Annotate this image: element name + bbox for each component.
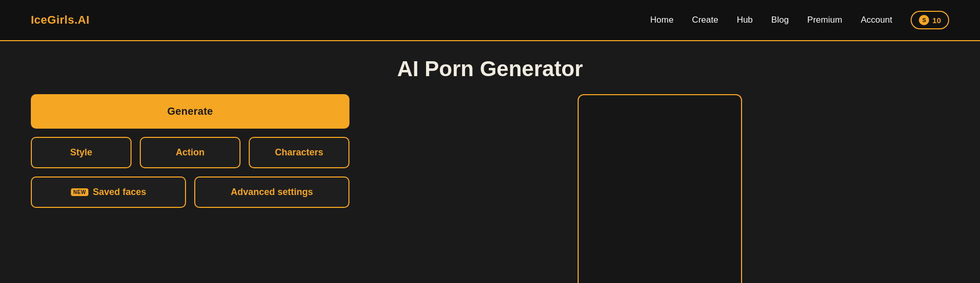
nav-account[interactable]: Account bbox=[861, 15, 892, 25]
characters-button[interactable]: Characters bbox=[249, 137, 349, 168]
style-button[interactable]: Style bbox=[31, 137, 132, 168]
credits-icon: S bbox=[919, 15, 929, 25]
nav-create[interactable]: Create bbox=[692, 15, 718, 25]
header: IceGirls.AI Home Create Hub Blog Premium… bbox=[0, 0, 980, 41]
credits-count: 10 bbox=[932, 16, 941, 25]
image-preview bbox=[578, 94, 742, 283]
nav-home[interactable]: Home bbox=[650, 15, 673, 25]
logo: IceGirls.AI bbox=[31, 13, 89, 27]
advanced-settings-button[interactable]: Advanced settings bbox=[194, 176, 349, 208]
logo-highlight: AI bbox=[78, 13, 89, 26]
saved-faces-button[interactable]: NEW Saved faces bbox=[31, 176, 186, 208]
logo-text: IceGirls. bbox=[31, 13, 78, 26]
action-button[interactable]: Action bbox=[140, 137, 241, 168]
right-panel bbox=[370, 94, 949, 283]
controls-row-1: Style Action Characters bbox=[31, 137, 349, 168]
controls-row-2: NEW Saved faces Advanced settings bbox=[31, 176, 349, 208]
saved-faces-label: Saved faces bbox=[93, 187, 146, 198]
new-badge: NEW bbox=[71, 188, 89, 196]
navigation: Home Create Hub Blog Premium Account S 1… bbox=[650, 11, 949, 29]
nav-premium[interactable]: Premium bbox=[807, 15, 842, 25]
nav-hub[interactable]: Hub bbox=[737, 15, 753, 25]
credits-badge[interactable]: S 10 bbox=[911, 11, 949, 29]
generate-button[interactable]: Generate bbox=[31, 94, 349, 129]
controls-panel: Generate Style Action Characters NEW Sav… bbox=[31, 94, 349, 216]
content-area: Generate Style Action Characters NEW Sav… bbox=[0, 94, 980, 283]
nav-blog[interactable]: Blog bbox=[771, 15, 789, 25]
page-title: AI Porn Generator bbox=[0, 57, 980, 81]
page-title-section: AI Porn Generator bbox=[0, 41, 980, 94]
